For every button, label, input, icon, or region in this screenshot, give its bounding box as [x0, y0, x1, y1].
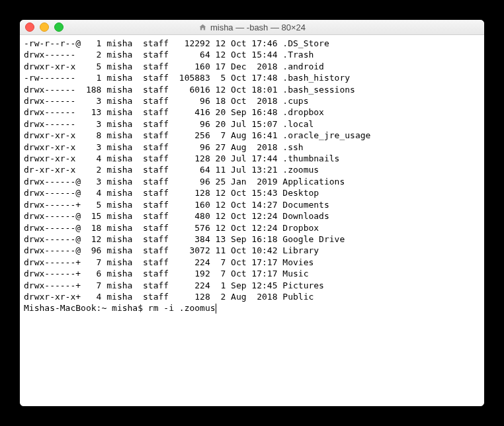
command-input[interactable]: rm -i .zoomus	[148, 302, 216, 314]
window-title: misha — -bash — 80×24	[20, 22, 484, 32]
cursor	[216, 304, 216, 314]
listing-row: drwx------ 3 misha staff 96 20 Jul 15:07…	[24, 118, 480, 130]
minimize-button[interactable]	[40, 22, 49, 32]
listing-row: drwx------ 188 misha staff 6016 12 Oct 1…	[24, 84, 480, 95]
listing-row: drwx------+ 6 misha staff 192 7 Oct 17:1…	[24, 268, 480, 279]
listing-row: drwxr-xr-x 5 misha staff 160 17 Dec 2018…	[24, 61, 480, 72]
prompt-line[interactable]: Mishas-MacBook:~ misha$ rm -i .zoomus	[24, 302, 480, 314]
titlebar[interactable]: misha — -bash — 80×24	[20, 20, 484, 35]
listing-row: -rw------- 1 misha staff 105883 5 Oct 17…	[24, 72, 480, 83]
listing-row: drwx------+ 7 misha staff 224 1 Sep 12:4…	[24, 280, 480, 291]
home-icon	[198, 23, 207, 32]
listing-row: drwx------@ 4 misha staff 128 12 Oct 15:…	[24, 187, 480, 198]
listing-row: drwx------@ 15 misha staff 480 12 Oct 12…	[24, 210, 480, 222]
listing-row: drwxr-xr-x+ 4 misha staff 128 2 Aug 2018…	[24, 291, 480, 302]
zoom-button[interactable]	[54, 22, 63, 32]
listing-row: drwx------ 3 misha staff 96 18 Oct 2018 …	[24, 95, 480, 106]
listing-row: -rw-r--r--@ 1 misha staff 12292 12 Oct 1…	[24, 38, 480, 49]
listing-row: drwx------@ 3 misha staff 96 25 Jan 2019…	[24, 176, 480, 187]
listing-row: drwx------+ 7 misha staff 224 7 Oct 17:1…	[24, 257, 480, 268]
listing-row: drwx------@ 12 misha staff 384 13 Sep 16…	[24, 234, 480, 245]
window-title-text: misha — -bash — 80×24	[210, 22, 306, 32]
traffic-lights	[25, 22, 63, 32]
listing-row: drwx------ 13 misha staff 416 20 Sep 16:…	[24, 106, 480, 118]
listing-row: drwx------@ 18 misha staff 576 12 Oct 12…	[24, 222, 480, 234]
close-button[interactable]	[25, 22, 34, 32]
listing-row: drwx------@ 96 misha staff 3072 11 Oct 1…	[24, 245, 480, 256]
listing-row: dr-xr-xr-x 2 misha staff 64 11 Jul 13:21…	[24, 164, 480, 175]
terminal-content[interactable]: -rw-r--r--@ 1 misha staff 12292 12 Oct 1…	[20, 35, 484, 406]
terminal-window: misha — -bash — 80×24 -rw-r--r--@ 1 mish…	[20, 20, 484, 406]
listing-row: drwxr-xr-x 8 misha staff 256 7 Aug 16:41…	[24, 130, 480, 141]
listing-row: drwx------+ 5 misha staff 160 12 Oct 14:…	[24, 199, 480, 210]
listing-row: drwxr-xr-x 3 misha staff 96 27 Aug 2018 …	[24, 142, 480, 153]
listing-row: drwx------ 2 misha staff 64 12 Oct 15:44…	[24, 49, 480, 60]
prompt-prefix: Mishas-MacBook:~ misha$	[24, 302, 148, 314]
listing-row: drwxr-xr-x 4 misha staff 128 20 Jul 17:4…	[24, 153, 480, 164]
